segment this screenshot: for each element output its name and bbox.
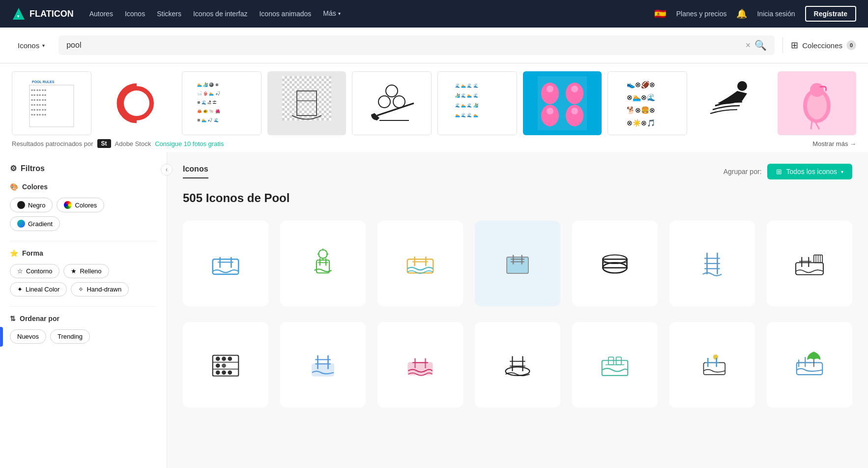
icon-card-11[interactable] [475, 322, 560, 408]
svg-rect-20 [282, 76, 331, 120]
planes-link[interactable]: Planes y precios [676, 10, 727, 18]
clear-button[interactable]: × [746, 41, 751, 50]
icon-card-2[interactable] [280, 221, 366, 306]
show-more-link[interactable]: Mostrar más → [812, 140, 856, 147]
color-colores-chip[interactable]: Colores [57, 198, 104, 212]
lineal-label: Lineal Color [26, 286, 59, 293]
lineal-color-chip[interactable]: ✦ Lineal Color [10, 282, 67, 296]
sponsored-info: Resultados patrocinados por St Adobe Sto… [12, 135, 856, 152]
divider [782, 37, 783, 53]
group-icon: ⊞ [776, 168, 782, 176]
nuevos-chip[interactable]: Nuevos [10, 329, 46, 344]
sponsored-thumb-10[interactable] [778, 71, 856, 135]
nav-interfaz[interactable]: Iconos de interfaz [193, 10, 248, 18]
icon-card-1[interactable] [183, 221, 268, 306]
svg-point-92 [216, 356, 220, 361]
svg-point-96 [222, 363, 226, 368]
svg-point-25 [393, 96, 405, 108]
relleno-chip[interactable]: ★ Relleno [63, 264, 109, 278]
sponsored-images: POOL RULES ⊗ ⊗ ⊗ ⊗ ⊗ ⊗ ⊗ ⊗ ⊗ ⊗ ⊗ ⊗ ⊗ ⊗ ⊗… [12, 71, 856, 135]
sponsored-thumb-5[interactable] [352, 71, 432, 135]
sidebar-toggle-button[interactable]: ‹ [161, 164, 173, 176]
svg-text:🦀 🐠 🐚 🌺: 🦀 🐠 🐚 🌺 [197, 109, 220, 114]
main-nav: Autores Iconos Stickers Iconos de interf… [89, 9, 341, 18]
group-by-label: Agrupar por: [723, 168, 762, 176]
hand-drawn-chip[interactable]: ✧ Hand-drawn [71, 282, 129, 296]
svg-point-44 [737, 81, 747, 91]
color-negro-chip[interactable]: Negro [10, 198, 53, 212]
logo-link[interactable]: ▼ FLATICON [12, 7, 74, 21]
negro-dot [17, 201, 25, 209]
svg-text:⊗ 🏊 🎣 🌊: ⊗ 🏊 🎣 🌊 [197, 117, 219, 122]
svg-text:⊗ ⊗ ⊗ ⊗ ⊗ ⊗: ⊗ ⊗ ⊗ ⊗ ⊗ ⊗ [31, 103, 46, 106]
color-gradient-chip[interactable]: Gradient [10, 216, 60, 231]
language-flag[interactable]: 🇪🇸 [654, 8, 666, 20]
icon-card-13[interactable] [669, 322, 755, 408]
svg-rect-119 [704, 363, 725, 375]
svg-text:POOL RULES: POOL RULES [32, 80, 55, 84]
nav-mas[interactable]: Más ▾ [323, 9, 340, 17]
header-right: 🇪🇸 Planes y precios 🔔 Inicia sesión Regí… [654, 6, 856, 22]
tab-iconos[interactable]: Iconos [183, 165, 208, 178]
svg-point-24 [378, 96, 390, 108]
svg-text:🐕⊗🍔⊗: 🐕⊗🍔⊗ [627, 106, 655, 115]
collections-count: 0 [846, 40, 856, 50]
trending-chip[interactable]: Trending [50, 329, 90, 344]
search-type-label: Iconos [18, 41, 39, 50]
svg-text:🏄 🌊 🏊 🌊: 🏄 🌊 🏊 🌊 [455, 93, 478, 98]
nuevos-label: Nuevos [17, 333, 39, 340]
contorno-chip[interactable]: ☆ Contorno [10, 264, 59, 278]
nav-autores[interactable]: Autores [89, 10, 113, 18]
logo-text: FLATICON [29, 9, 74, 19]
icon-card-10[interactable] [377, 322, 463, 408]
sponsored-label: Resultados patrocinados por [12, 140, 93, 147]
icon-card-12[interactable] [572, 322, 658, 408]
search-type-button[interactable]: Iconos ▾ [12, 37, 51, 54]
nav-animados[interactable]: Iconos animados [259, 10, 311, 18]
sponsored-thumb-8[interactable]: 👟⊗🏈⊗ ⊗🏊⊗🌊 🐕⊗🍔⊗ ⊗☀️⊗🎵 [608, 71, 687, 135]
sponsored-thumb-4[interactable] [267, 71, 346, 135]
contorno-icon: ☆ [17, 267, 23, 275]
nav-stickers[interactable]: Stickers [157, 10, 181, 18]
bell-icon[interactable]: 🔔 [736, 8, 747, 19]
register-button[interactable]: Regístrate [805, 6, 856, 22]
adobe-badge: St [97, 139, 111, 148]
group-btn-label: Todos los iconos [786, 168, 837, 176]
divider-2 [10, 306, 157, 307]
filter-header: ⚙ Filtros [10, 164, 157, 173]
svg-line-48 [811, 120, 812, 129]
sponsored-thumb-1[interactable]: POOL RULES ⊗ ⊗ ⊗ ⊗ ⊗ ⊗ ⊗ ⊗ ⊗ ⊗ ⊗ ⊗ ⊗ ⊗ ⊗… [12, 71, 91, 135]
icon-card-7[interactable] [767, 221, 852, 306]
shape-chips: ☆ Contorno ★ Relleno ✦ Lineal Color ✧ Ha… [10, 264, 157, 296]
nav-iconos[interactable]: Iconos [125, 10, 145, 18]
colores-label: Colores [75, 202, 97, 209]
signin-link[interactable]: Inicia sesión [757, 10, 795, 18]
sponsored-thumb-7[interactable] [523, 71, 602, 135]
sponsored-thumb-3[interactable]: 🏊 🏄 🎱 ⊗ 🛁 👙 🏊 🎣 ⊗ 🌊 🏖 ⛱ 🦀 🐠 🐚 🌺 ⊗ 🏊 🎣 🌊 [182, 71, 261, 135]
icon-card-6[interactable] [669, 221, 755, 306]
content-header: Iconos Agrupar por: ⊞ Todos los iconos ▾ [183, 164, 852, 179]
result-title: 505 Iconos de Pool [183, 191, 852, 205]
icon-card-8[interactable] [183, 322, 268, 408]
svg-text:⊗ ⊗ ⊗ ⊗ ⊗ ⊗: ⊗ ⊗ ⊗ ⊗ ⊗ ⊗ [31, 113, 46, 116]
search-button[interactable]: 🔍 [754, 39, 767, 51]
collections-button[interactable]: ⊞ Colecciones 0 [791, 40, 856, 51]
sponsored-thumb-6[interactable]: 🌊 🏊 🌊 🌊 🏄 🌊 🏊 🌊 🌊 🏊 🌊 🏄 🏊 🌊 🌊 🏊 [437, 71, 517, 135]
icon-card-14[interactable] [767, 322, 852, 408]
svg-point-118 [713, 354, 719, 360]
icon-card-3[interactable] [377, 221, 463, 306]
sponsored-thumb-2[interactable] [97, 71, 176, 135]
icon-card-9[interactable] [280, 322, 366, 408]
colors-icon: 🎨 [10, 183, 18, 191]
svg-line-26 [377, 103, 414, 116]
search-input[interactable] [66, 41, 742, 50]
icon-card-4[interactable] [475, 221, 560, 306]
svg-text:▼: ▼ [16, 14, 20, 19]
icon-card-5[interactable] [572, 221, 658, 306]
svg-point-39 [571, 108, 578, 115]
cta-link[interactable]: Consigue 10 fotos gratis [155, 140, 224, 147]
svg-text:⊗🏊⊗🌊: ⊗🏊⊗🌊 [627, 93, 656, 102]
sponsored-thumb-9[interactable] [693, 71, 772, 135]
group-by-button[interactable]: ⊞ Todos los iconos ▾ [767, 164, 852, 179]
icons-grid-row1 [183, 221, 852, 306]
